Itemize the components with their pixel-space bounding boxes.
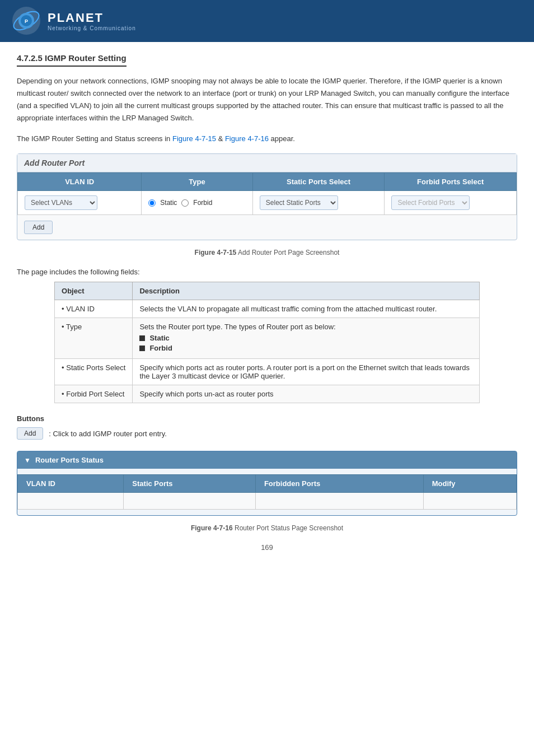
fields-table: Object Description • VLAN ID Selects the… (54, 282, 480, 403)
fig2-caption-bold: Figure 4-7-16 (191, 524, 233, 532)
arrow-icon: ▼ (24, 456, 31, 464)
fields-object-vlan: • VLAN ID (55, 300, 133, 318)
logo-container: P PLANET Networking & Communication (11, 6, 136, 36)
figure-ref-link1[interactable]: Figure 4-7-15 (172, 134, 216, 143)
svg-text:P: P (25, 18, 28, 24)
static-item-label: Static (149, 334, 169, 342)
forbid-port-desc: Specify which ports un-act as router por… (139, 390, 273, 398)
forbid-item-label: Forbid (149, 344, 172, 352)
fig-caption-bold: Figure 4-7-15 (195, 249, 237, 256)
logo-tagline: Networking & Communication (48, 25, 136, 31)
fields-desc-forbid: Specify which ports un-act as router por… (133, 385, 480, 403)
add-router-port-title: Add Router Port (17, 154, 517, 172)
type-label: • Type (62, 323, 82, 331)
status-empty-vlan (18, 493, 124, 510)
status-empty-modify (423, 493, 516, 510)
vlan-id-cell: Select VLANs (18, 191, 142, 215)
add-router-port-box: Add Router Port VLAN ID Type Static Port… (17, 153, 517, 240)
static-ports-dropdown[interactable]: Select Static Ports (260, 195, 338, 210)
col-forbid-ports: Forbid Ports Select (385, 173, 517, 191)
fields-object-static: • Static Ports Select (55, 359, 133, 385)
status-col-vlan: VLAN ID (18, 475, 124, 493)
vlan-id-label: • VLAN ID (62, 305, 95, 313)
fields-col2: Description (133, 282, 480, 300)
fields-col1: Object (55, 282, 133, 300)
static-ports-desc: Specify which ports act as router ports.… (139, 363, 470, 380)
select-vlans-dropdown[interactable]: Select VLANs (25, 195, 97, 210)
figure-4-7-16-caption: Figure 4-7-16 Router Port Status Page Sc… (17, 524, 517, 532)
fig-caption-text: Add Router Port Page Screenshot (236, 249, 339, 256)
fields-row-type: • Type Sets the Router port type. The ty… (55, 318, 480, 359)
logo-text: PLANET (48, 11, 136, 25)
status-empty-row (18, 493, 517, 510)
fields-intro: The page includes the following fields: (17, 268, 517, 276)
forbid-ports-cell: Select Forbid Ports (385, 191, 517, 215)
forbid-ports-dropdown[interactable]: Select Forbid Ports (391, 195, 470, 210)
figure-ref-between: & (216, 134, 225, 143)
router-ports-status-box: ▼ Router Ports Status VLAN ID Static Por… (17, 451, 517, 516)
type-list-forbid: Forbid (139, 344, 472, 352)
add-button-row: Add (17, 215, 517, 240)
fields-row-forbid: • Forbid Port Select Specify which ports… (55, 385, 480, 403)
fields-desc-type: Sets the Router port type. The types of … (133, 318, 480, 359)
page-header: P PLANET Networking & Communication (0, 0, 534, 42)
status-col-modify: Modify (423, 475, 516, 493)
static-ports-label: • Static Ports Select (62, 363, 125, 372)
type-desc: Sets the Router port type. The types of … (139, 323, 335, 331)
fig2-caption-text: Router Port Status Page Screenshot (233, 524, 343, 532)
forbid-radio[interactable] (181, 199, 189, 207)
type-list: Static Forbid (139, 334, 472, 352)
static-ports-cell: Select Static Ports (252, 191, 385, 215)
type-cell: Static Forbid (142, 191, 253, 215)
fields-row-vlan: • VLAN ID Selects the VLAN to propagate … (55, 300, 480, 318)
status-empty-forbidden (255, 493, 423, 510)
forbid-label: Forbid (193, 199, 212, 207)
page-number: 169 (17, 543, 517, 552)
btn-description: Add : Click to add IGMP router port entr… (17, 427, 517, 440)
col-type: Type (142, 173, 253, 191)
status-col-forbidden: Forbidden Ports (255, 475, 423, 493)
static-bullet-icon (139, 335, 145, 341)
buttons-title: Buttons (17, 414, 517, 423)
main-content: 4.7.2.5 IGMP Router Setting Depending on… (0, 42, 534, 563)
add-description: : Click to add IGMP router port entry. (49, 430, 167, 438)
forbid-bullet-icon (139, 346, 145, 351)
forbid-port-label: • Forbid Port Select (62, 390, 124, 398)
figure-ref-link2[interactable]: Figure 4-7-16 (225, 134, 269, 143)
fields-desc-vlan: Selects the VLAN to propagate all multic… (133, 300, 480, 318)
add-sample-button[interactable]: Add (17, 427, 43, 440)
status-title: Router Ports Status (35, 456, 104, 464)
col-vlan-id: VLAN ID (18, 173, 142, 191)
intro-paragraph: Depending on your network connections, I… (17, 75, 517, 124)
fields-object-type: • Type (55, 318, 133, 359)
static-radio[interactable] (148, 199, 156, 207)
buttons-section: Buttons Add : Click to add IGMP router p… (17, 414, 517, 440)
planet-logo-icon: P (11, 6, 42, 36)
figure-ref-text: The IGMP Router Setting and Status scree… (17, 134, 172, 143)
fields-desc-static: Specify which ports act as router ports.… (133, 359, 480, 385)
status-table: VLAN ID Static Ports Forbidden Ports Mod… (17, 474, 517, 510)
type-list-static: Static (139, 334, 472, 342)
figure-reference-line: The IGMP Router Setting and Status scree… (17, 133, 517, 145)
static-label: Static (160, 199, 177, 207)
status-col-static: Static Ports (124, 475, 256, 493)
fields-row-static-ports: • Static Ports Select Specify which port… (55, 359, 480, 385)
vlan-desc: Selects the VLAN to propagate all multic… (139, 305, 437, 313)
router-port-row: Select VLANs Static Forbid Selec (18, 191, 517, 215)
fields-object-forbid: • Forbid Port Select (55, 385, 133, 403)
figure-ref-end: appear. (269, 134, 295, 143)
type-radio-group: Static Forbid (148, 199, 246, 207)
figure-4-7-15-caption: Figure 4-7-15 Add Router Port Page Scree… (17, 249, 517, 256)
status-empty-static (124, 493, 256, 510)
status-title-bar: ▼ Router Ports Status (17, 451, 517, 469)
col-static-ports: Static Ports Select (252, 173, 385, 191)
add-router-port-button[interactable]: Add (24, 221, 53, 234)
section-heading: 4.7.2.5 IGMP Router Setting (17, 53, 127, 67)
router-port-table: VLAN ID Type Static Ports Select Forbid … (17, 172, 517, 215)
